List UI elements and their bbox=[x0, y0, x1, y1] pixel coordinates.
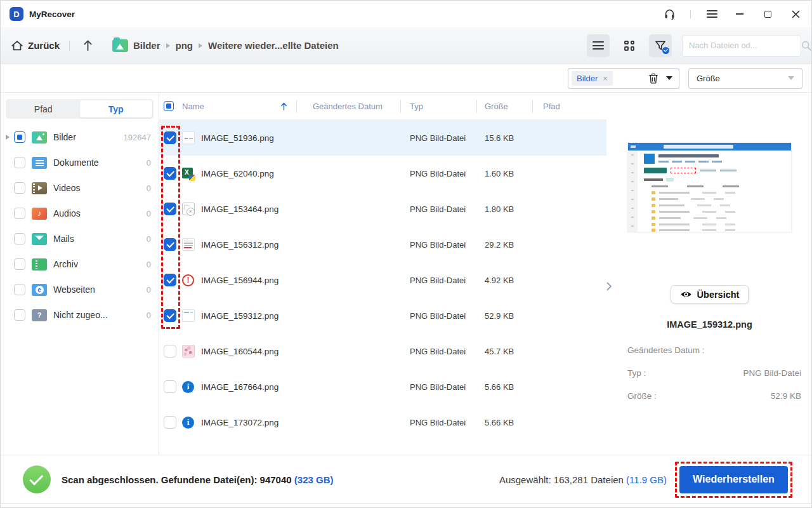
sort-ascending-icon[interactable] bbox=[280, 102, 287, 110]
navigation-bar: Zurück BilderpngWeitere wieder...ellte D… bbox=[1, 27, 811, 64]
sidebar-item-label: Bilder bbox=[53, 132, 124, 142]
column-header-pfad[interactable]: Pfad bbox=[532, 93, 606, 119]
sidebar-tabs: Pfad Typ bbox=[6, 99, 154, 119]
expand-caret-icon[interactable] bbox=[6, 135, 14, 140]
collapse-preview-icon[interactable] bbox=[606, 281, 615, 292]
file-size: 1.80 KB bbox=[476, 204, 532, 214]
breadcrumb-item[interactable]: png bbox=[176, 40, 193, 51]
breadcrumb-item[interactable]: Bilder bbox=[133, 40, 160, 51]
title-bar: D MyRecover bbox=[1, 1, 811, 27]
sidebar-item[interactable]: Archiv 0 bbox=[1, 251, 159, 277]
grid-view-icon[interactable] bbox=[618, 34, 641, 57]
sidebar-item[interactable]: Dokumente 0 bbox=[1, 150, 159, 175]
preview-field-label: Typ : bbox=[627, 368, 646, 378]
sidebar-item[interactable]: Audios 0 bbox=[1, 201, 159, 226]
sidebar-item[interactable]: Nicht zugeo... 0 bbox=[1, 302, 159, 328]
sidebar-item-label: Webseiten bbox=[53, 284, 147, 295]
type-filter-combobox[interactable]: Bilder × bbox=[568, 68, 679, 89]
preview-field: Typ : PNG Bild-Datei bbox=[627, 368, 801, 378]
sidebar-item[interactable]: Webseiten 0 bbox=[1, 277, 159, 302]
column-header-date[interactable]: Geändertes Datum bbox=[296, 93, 400, 119]
table-row[interactable]: IMAGE_167664.png PNG Bild-Datei 5.66 KB bbox=[159, 369, 606, 404]
preview-fields: Geändertes Datum : Typ : PNG Bild-Datei … bbox=[627, 345, 801, 401]
select-all-checkbox[interactable] bbox=[164, 101, 174, 111]
sidebar-checkbox[interactable] bbox=[14, 233, 25, 244]
table-row[interactable]: IMAGE_153464.png PNG Bild-Datei 1.80 KB bbox=[159, 191, 606, 227]
table-row[interactable]: IMAGE_173072.png PNG Bild-Datei 5.66 KB bbox=[159, 404, 606, 440]
sidebar-checkbox[interactable] bbox=[14, 208, 25, 219]
table-row[interactable]: IMAGE_62040.png PNG Bild-Datei 1.60 KB bbox=[159, 156, 606, 191]
filter-funnel-icon[interactable] bbox=[649, 34, 672, 57]
caret-down-icon[interactable] bbox=[666, 76, 672, 80]
row-checkbox[interactable] bbox=[164, 416, 176, 429]
row-checkbox[interactable] bbox=[164, 345, 176, 358]
table-header: Name Geändertes Datum Typ Größe Pfad bbox=[159, 93, 606, 120]
column-header-size[interactable]: Größe bbox=[476, 93, 532, 119]
file-size: 1.60 KB bbox=[476, 169, 532, 178]
sidebar-checkbox[interactable] bbox=[14, 284, 25, 295]
sidebar-checkbox[interactable] bbox=[14, 157, 25, 168]
file-size: 4.92 KB bbox=[476, 276, 532, 285]
tab-typ[interactable]: Typ bbox=[80, 100, 153, 117]
overview-button[interactable]: Übersicht bbox=[671, 285, 749, 304]
scan-complete-check-icon bbox=[23, 465, 51, 493]
row-checkbox[interactable] bbox=[164, 131, 176, 144]
file-size: 15.6 KB bbox=[476, 133, 532, 143]
sidebar-checkbox[interactable] bbox=[14, 309, 25, 321]
trash-icon[interactable] bbox=[648, 73, 658, 84]
up-one-level-icon[interactable] bbox=[79, 37, 96, 54]
minimize-icon[interactable] bbox=[733, 7, 747, 21]
app-logo-icon: D bbox=[10, 7, 23, 21]
annotation-recover-highlight: Wiederherstellen bbox=[675, 462, 792, 498]
search-icon[interactable] bbox=[801, 40, 812, 51]
sidebar-item-count: 0 bbox=[147, 158, 151, 168]
row-checkbox[interactable] bbox=[164, 238, 176, 251]
app-title: MyRecover bbox=[29, 10, 75, 19]
search-input[interactable] bbox=[689, 41, 801, 50]
sidebar-item[interactable]: Bilder 192647 bbox=[1, 124, 159, 150]
table-row[interactable]: IMAGE_51936.png PNG Bild-Datei 15.6 KB bbox=[159, 120, 606, 156]
list-view-icon[interactable] bbox=[587, 34, 610, 57]
row-checkbox[interactable] bbox=[164, 274, 176, 286]
row-checkbox[interactable] bbox=[164, 309, 176, 322]
archive-icon bbox=[32, 258, 47, 271]
back-button[interactable]: Zurück bbox=[11, 39, 60, 51]
column-header-typ[interactable]: Typ bbox=[400, 93, 476, 119]
maximize-icon[interactable] bbox=[761, 7, 775, 21]
sidebar-item[interactable]: Mails 0 bbox=[1, 226, 159, 251]
row-checkbox[interactable] bbox=[164, 380, 176, 393]
row-checkbox[interactable] bbox=[164, 167, 176, 180]
sidebar-checkbox[interactable] bbox=[14, 131, 25, 143]
breadcrumb-item[interactable]: Weitere wieder...ellte Dateien bbox=[208, 40, 339, 51]
breadcrumb-separator-icon bbox=[199, 43, 202, 48]
sidebar-item[interactable]: Videos 0 bbox=[1, 175, 159, 201]
column-label: Größe bbox=[485, 102, 508, 111]
status-bar: Scan abgeschlossen. Gefundene Datei(en):… bbox=[1, 455, 811, 504]
column-header-name[interactable]: Name bbox=[182, 93, 296, 119]
table-row[interactable]: IMAGE_156944.png PNG Bild-Datei 4.92 KB bbox=[159, 262, 606, 298]
table-row[interactable]: IMAGE_159312.png PNG Bild-Datei 52.9 KB bbox=[159, 298, 606, 333]
file-size: 29.2 KB bbox=[476, 240, 532, 250]
documents-icon bbox=[32, 157, 47, 169]
menu-icon[interactable] bbox=[705, 7, 719, 21]
row-checkbox[interactable] bbox=[164, 203, 176, 215]
images-folder-icon bbox=[32, 131, 47, 144]
filter-chip[interactable]: Bilder × bbox=[572, 71, 613, 86]
close-icon[interactable] bbox=[789, 7, 802, 21]
file-name: IMAGE_167664.png bbox=[201, 382, 296, 392]
recover-button[interactable]: Wiederherstellen bbox=[679, 466, 788, 493]
mails-icon bbox=[32, 233, 47, 245]
headset-icon[interactable] bbox=[662, 7, 676, 21]
sidebar-checkbox[interactable] bbox=[14, 182, 25, 194]
file-table-body: IMAGE_51936.png PNG Bild-Datei 15.6 KB I… bbox=[159, 120, 606, 440]
table-row[interactable]: IMAGE_160544.png PNG Bild-Datei 45.7 KB bbox=[159, 333, 606, 369]
size-filter-dropdown[interactable]: Größe bbox=[688, 68, 802, 89]
sidebar-checkbox[interactable] bbox=[14, 258, 25, 270]
tab-pfad[interactable]: Pfad bbox=[7, 100, 80, 117]
filter-active-badge bbox=[662, 47, 669, 54]
table-row[interactable]: IMAGE_156312.png PNG Bild-Datei 29.2 KB bbox=[159, 227, 606, 262]
thumbnail-row bbox=[644, 221, 786, 227]
sidebar-item-count: 192647 bbox=[124, 133, 151, 142]
chip-close-icon[interactable]: × bbox=[603, 74, 608, 83]
myrecover-window: D MyRecover Zurück bbox=[0, 0, 812, 508]
